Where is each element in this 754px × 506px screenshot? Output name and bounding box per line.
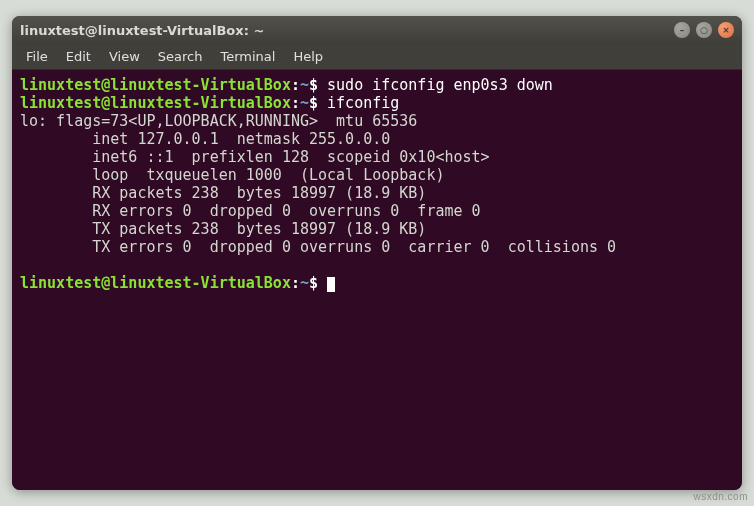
output-line: RX errors 0 dropped 0 overruns 0 frame 0 (20, 202, 481, 220)
prompt-userhost: linuxtest@linuxtest-VirtualBox (20, 274, 291, 292)
maximize-button[interactable]: ○ (696, 22, 712, 38)
menu-file[interactable]: File (18, 46, 56, 67)
menubar: File Edit View Search Terminal Help (12, 44, 742, 70)
command-line-2: ifconfig (327, 94, 399, 112)
prompt-sep: : (291, 94, 300, 112)
cursor (327, 277, 335, 292)
window-controls: – ○ × (674, 22, 734, 38)
window-title: linuxtest@linuxtest-VirtualBox: ~ (20, 23, 674, 38)
prompt-sigil: $ (309, 76, 318, 94)
watermark: wsxdn.com (693, 491, 748, 502)
prompt-path: ~ (300, 76, 309, 94)
menu-view[interactable]: View (101, 46, 148, 67)
output-line: TX packets 238 bytes 18997 (18.9 KB) (20, 220, 426, 238)
terminal-body[interactable]: linuxtest@linuxtest-VirtualBox:~$ sudo i… (12, 70, 742, 490)
prompt-sep: : (291, 76, 300, 94)
menu-help[interactable]: Help (285, 46, 331, 67)
menu-terminal[interactable]: Terminal (212, 46, 283, 67)
prompt-path: ~ (300, 94, 309, 112)
close-button[interactable]: × (718, 22, 734, 38)
prompt-userhost: linuxtest@linuxtest-VirtualBox (20, 76, 291, 94)
menu-edit[interactable]: Edit (58, 46, 99, 67)
output-line: loop txqueuelen 1000 (Local Loopback) (20, 166, 444, 184)
prompt-sep: : (291, 274, 300, 292)
terminal-window: linuxtest@linuxtest-VirtualBox: ~ – ○ × … (12, 16, 742, 490)
output-line: RX packets 238 bytes 18997 (18.9 KB) (20, 184, 426, 202)
prompt-sigil: $ (309, 94, 318, 112)
prompt-sigil: $ (309, 274, 318, 292)
output-line: TX errors 0 dropped 0 overruns 0 carrier… (20, 238, 616, 256)
output-line: lo: flags=73<UP,LOOPBACK,RUNNING> mtu 65… (20, 112, 417, 130)
command-line-1: sudo ifconfig enp0s3 down (327, 76, 553, 94)
output-line: inet6 ::1 prefixlen 128 scopeid 0x10<hos… (20, 148, 490, 166)
output-line: inet 127.0.0.1 netmask 255.0.0.0 (20, 130, 390, 148)
minimize-button[interactable]: – (674, 22, 690, 38)
prompt-userhost: linuxtest@linuxtest-VirtualBox (20, 94, 291, 112)
titlebar: linuxtest@linuxtest-VirtualBox: ~ – ○ × (12, 16, 742, 44)
prompt-path: ~ (300, 274, 309, 292)
menu-search[interactable]: Search (150, 46, 211, 67)
